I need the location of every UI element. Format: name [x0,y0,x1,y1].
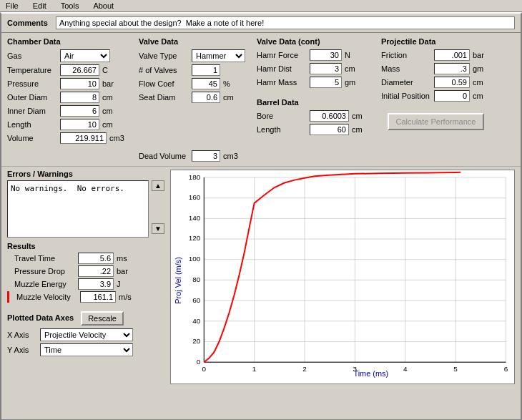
menu-bar: File Edit Tools About [0,0,522,12]
temperature-label: Temperature [7,66,57,74]
length-input[interactable] [60,119,99,130]
pressure-label: Pressure [7,79,57,88]
barrel-length-input[interactable] [310,124,349,135]
svg-text:180: 180 [189,173,201,181]
muzzle-energy-unit: J [117,280,134,288]
barrel-length-label: Length [257,125,307,134]
menu-tools[interactable]: Tools [58,1,82,11]
seat-diam-row: Seat Diam cm [139,92,245,103]
flow-coef-input[interactable] [192,78,220,89]
bore-row: Bore cm [257,110,370,122]
muzzle-velocity-unit: m/s [119,293,137,301]
valve-type-select[interactable]: Hammer [192,49,245,62]
seat-diam-unit: cm [223,93,241,102]
left-panel: Errors / Warnings ▲ ▼ Results Travel Tim… [7,170,164,384]
dead-volume-input[interactable] [192,150,220,162]
outer-diam-unit: cm [102,93,120,102]
rescale-button[interactable]: Rescale [81,311,124,326]
comments-label: Comments [7,19,50,27]
volume-unit: cm3 [109,134,127,142]
bore-label: Bore [257,112,307,120]
hamr-force-unit: N [345,51,363,59]
length-row: Length cm [7,119,127,130]
inner-diam-unit: cm [102,107,120,115]
menu-file[interactable]: File [3,1,21,11]
num-valves-label: # of Valves [139,66,189,74]
errors-scroll-down[interactable]: ▼ [152,223,164,234]
outer-diam-label: Outer Diam [7,93,57,102]
gas-select[interactable]: Air [60,49,110,62]
errors-title: Errors / Warnings [7,170,164,178]
temperature-input[interactable] [60,64,99,76]
hamr-force-input[interactable] [310,49,342,61]
travel-time-value[interactable] [78,253,114,264]
menu-edit[interactable]: Edit [30,1,49,11]
svg-text:120: 120 [189,234,201,242]
chamber-data-group: Chamber Data Gas Air Temperature C Press… [7,37,127,162]
diameter-input[interactable] [434,77,470,88]
valve-cont-barrel-group: Valve Data (cont) Hamr Force N Hamr Dist… [257,37,370,162]
initial-position-label: Initial Position [381,92,431,100]
num-valves-input[interactable] [192,64,220,76]
gas-label: Gas [7,52,57,60]
projectile-data-group: Projectile Data Friction bar Mass gm Dia… [381,37,491,162]
length-label: Length [7,120,57,129]
errors-box[interactable] [7,180,149,238]
pressure-drop-unit: bar [117,267,134,275]
friction-input[interactable] [434,49,470,61]
hamr-dist-row: Hamr Dist cm [257,63,370,74]
bore-input[interactable] [310,110,349,122]
barrel-length-row: Length cm [257,124,370,135]
muzzle-energy-value[interactable] [78,278,114,290]
x-axis-select[interactable]: Projectile Velocity Time Pressure Positi… [40,328,133,341]
chart-area: Proj Vel (m/s) Time (ms) [170,170,515,384]
inner-diam-input[interactable] [60,105,99,117]
volume-row: Volume cm3 [7,132,127,144]
data-section: Chamber Data Gas Air Temperature C Press… [1,33,521,167]
seat-diam-input[interactable] [192,92,220,103]
hamr-dist-input[interactable] [310,63,342,74]
diameter-row: Diameter cm [381,77,491,88]
pressure-input[interactable] [60,78,99,89]
svg-text:0: 0 [202,365,207,373]
valve-type-label: Valve Type [139,52,189,60]
outer-diam-input[interactable] [60,92,99,103]
menu-about[interactable]: About [90,1,117,11]
diameter-unit: cm [473,78,491,87]
errors-section: Errors / Warnings ▲ ▼ [7,170,164,238]
muzzle-velocity-row: Muzzle Velocity m/s [7,291,164,303]
barrel-length-unit: cm [352,125,370,134]
main-window: Comments Chamber Data Gas Air Temperatur… [0,12,522,420]
seat-diam-label: Seat Diam [139,93,189,102]
x-axis-label: X Axis [7,331,36,339]
inner-diam-label: Inner Diam [7,107,57,115]
friction-row: Friction bar [381,49,491,61]
svg-text:Proj Vel (m/s): Proj Vel (m/s) [174,257,182,303]
hamr-force-label: Hamr Force [257,51,307,59]
barrel-data-title: Barrel Data [257,98,370,107]
hamr-mass-input[interactable] [310,77,342,88]
diameter-label: Diameter [381,78,431,87]
chart-svg: Proj Vel (m/s) Time (ms) [171,170,514,384]
volume-input[interactable] [60,132,107,144]
pressure-drop-value[interactable] [78,265,114,277]
y-axis-label: Y Axis [7,346,36,354]
muzzle-velocity-value[interactable] [80,291,116,303]
errors-scroll-up[interactable]: ▲ [152,180,164,191]
volume-label: Volume [7,134,57,142]
temperature-row: Temperature C [7,64,127,76]
svg-text:1: 1 [252,365,257,373]
svg-text:60: 60 [192,296,201,304]
mass-label: Mass [381,64,431,73]
svg-text:20: 20 [192,337,201,345]
comments-input[interactable] [56,16,515,29]
travel-time-label: Travel Time [14,254,75,263]
mass-input[interactable] [434,63,470,74]
y-axis-select[interactable]: Time Projectile Velocity Pressure Positi… [40,343,133,356]
hamr-force-row: Hamr Force N [257,49,370,61]
num-valves-row: # of Valves [139,64,245,76]
initial-position-input[interactable] [434,90,470,102]
muzzle-energy-label: Muzzle Energy [14,280,75,288]
calculate-btn[interactable]: Calculate Performance [388,113,485,130]
x-axis-row: X Axis Projectile Velocity Time Pressure… [7,328,164,341]
